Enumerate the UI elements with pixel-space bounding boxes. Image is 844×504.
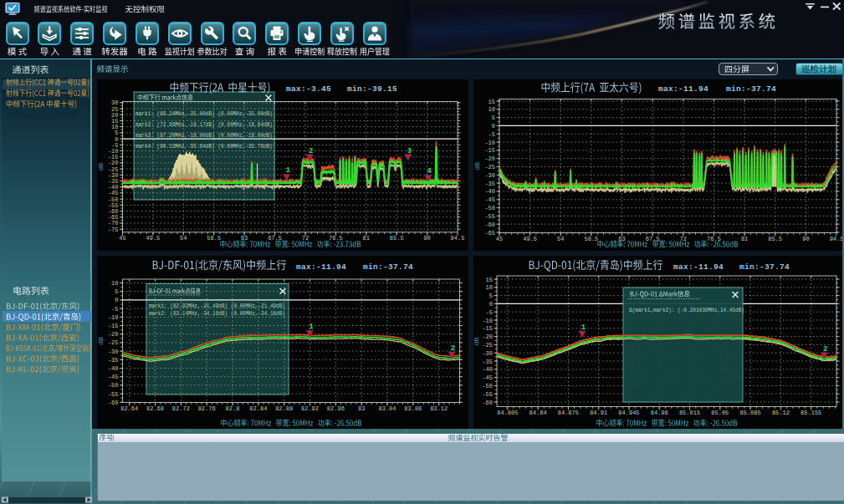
svg-text:mark2: (83.14MHz,-34.18dB) (0: mark2: (83.14MHz,-34.18dB) (0.00MHz,-34.… [149, 310, 285, 317]
svg-text:mark4: (90.13MHz,-35.64dB) (0: mark4: (90.13MHz,-35.64dB) (0.00MHz,-35.… [136, 143, 273, 150]
svg-text:max:-11.94: max:-11.94 [296, 262, 346, 272]
svg-text:min:-37.74: min:-37.74 [726, 84, 776, 94]
svg-text:min:-37.74: min:-37.74 [739, 262, 790, 272]
svg-text:max:-11.94: max:-11.94 [658, 84, 708, 94]
svg-text:Δ(mark1,mark2): (-0.201030MHz: Δ(mark1,mark2): (-0.201030MHz,14.45dB) [629, 307, 744, 313]
svg-text:mark2: (72.66MHz,-18.17dB) (0: mark2: (72.66MHz,-18.17dB) (0.00MHz,-18.… [136, 121, 273, 128]
svg-text:mark1: (69.24MHz,-35.00dB) (0: mark1: (69.24MHz,-35.00dB) (0.00MHz,-35.… [136, 110, 273, 117]
svg-text:min:-37.74: min:-37.74 [363, 262, 413, 272]
svg-text:max:-11.94: max:-11.94 [673, 262, 724, 272]
svg-text:min:-39.15: min:-39.15 [347, 84, 397, 94]
svg-text:mark3: (87.20MHz,-18.00dB) (0: mark3: (87.20MHz,-18.00dB) (0.00MHz,-18.… [136, 132, 273, 139]
svg-text:mark1: (82.92MHz,-21.49dB) (0: mark1: (82.92MHz,-21.49dB) (0.00MHz,-21.… [149, 303, 285, 309]
svg-text:max:-3.45: max:-3.45 [286, 84, 331, 94]
